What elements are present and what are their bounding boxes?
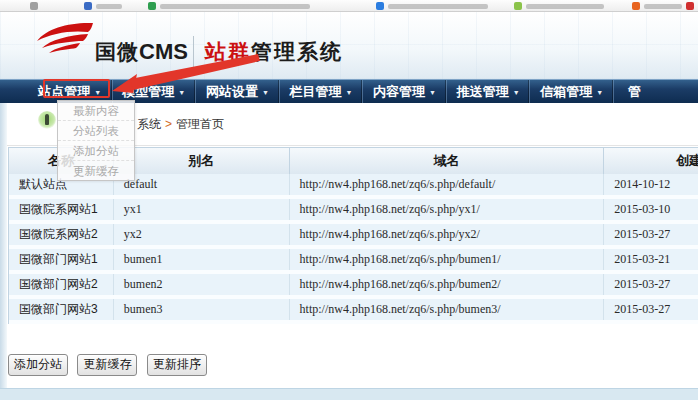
chevron-down-icon: ▼ bbox=[346, 89, 353, 96]
cell-created: 2014-10-12 bbox=[604, 174, 698, 195]
cell-name: 国微部门网站2 bbox=[9, 274, 114, 295]
col-header-domain: 域名 bbox=[290, 148, 605, 174]
favicon-icon[interactable] bbox=[30, 2, 38, 10]
favicon-icon[interactable] bbox=[514, 2, 522, 10]
bookmark-label-blur[interactable] bbox=[526, 4, 604, 9]
cell-created: 2015-03-10 bbox=[604, 199, 698, 220]
breadcrumb-separator-icon: > bbox=[165, 117, 172, 131]
menu-item-update-cache[interactable]: 更新缓存 bbox=[58, 161, 134, 181]
bookmark-label-blur[interactable] bbox=[644, 4, 682, 9]
cell-domain[interactable]: http://nw4.php168.net/zq6/s.php/yx1/ bbox=[290, 199, 605, 220]
brand-cn: 国微 bbox=[95, 40, 139, 63]
brand-en: CMS bbox=[139, 39, 188, 64]
table-row[interactable]: 国微部门网站3 bumen3 http://nw4.php168.net/zq6… bbox=[9, 299, 698, 324]
brand-title: 国微CMS bbox=[95, 38, 188, 66]
menu-item-add-subsite[interactable]: 添加分站 bbox=[58, 141, 134, 161]
chevron-down-icon: ▼ bbox=[178, 89, 185, 96]
cell-alias: yx2 bbox=[114, 224, 290, 245]
bulb-icon bbox=[38, 111, 56, 129]
table-row[interactable]: 国微院系网站2 yx2 http://nw4.php168.net/zq6/s.… bbox=[9, 224, 698, 249]
logo-swoosh-icon bbox=[36, 22, 94, 56]
favicon-icon[interactable] bbox=[148, 2, 156, 10]
cell-created: 2015-03-21 bbox=[604, 249, 698, 270]
cell-domain[interactable]: http://nw4.php168.net/zq6/s.php/bumen3/ bbox=[290, 299, 605, 320]
bookmark-label-blur[interactable] bbox=[160, 4, 310, 9]
favicon-icon[interactable] bbox=[632, 2, 640, 10]
table-row[interactable]: 国微部门网站1 bumen1 http://nw4.php168.net/zq6… bbox=[9, 249, 698, 274]
bookmark-label-blur[interactable] bbox=[96, 4, 122, 9]
cell-alias: bumen3 bbox=[114, 299, 290, 320]
cell-alias: default bbox=[114, 174, 290, 195]
cell-alias: yx1 bbox=[114, 199, 290, 220]
logo-divider bbox=[193, 36, 194, 68]
favicon-icon[interactable] bbox=[84, 2, 92, 10]
menu-item-latest-content[interactable]: 最新内容 bbox=[58, 101, 134, 121]
cell-created: 2015-03-27 bbox=[604, 274, 698, 295]
nav-item-column-management[interactable]: 栏目管理▼ bbox=[279, 80, 363, 103]
annotation-highlight-box bbox=[43, 79, 110, 98]
chevron-down-icon: ▼ bbox=[262, 89, 269, 96]
nav-item-mailbox-management[interactable]: 信箱管理▼ bbox=[529, 80, 613, 103]
bottom-frame-border bbox=[0, 388, 698, 400]
cell-created: 2015-03-27 bbox=[604, 224, 698, 245]
chevron-down-icon: ▼ bbox=[596, 89, 603, 96]
cell-name: 国微部门网站3 bbox=[9, 299, 114, 320]
chevron-down-icon: ▼ bbox=[513, 89, 520, 96]
col-header-created: 创建时间 bbox=[604, 148, 698, 174]
menu-item-subsite-list[interactable]: 分站列表 bbox=[58, 121, 134, 141]
product-highlight: 站群 bbox=[205, 40, 251, 63]
col-header-alias: 别名 bbox=[114, 148, 290, 174]
breadcrumb: 系统>管理首页 bbox=[137, 116, 224, 133]
cell-domain[interactable]: http://nw4.php168.net/zq6/s.php/yx2/ bbox=[290, 224, 605, 245]
nav-item-partial[interactable]: 管 bbox=[613, 80, 698, 103]
update-cache-button[interactable]: 更新缓存 bbox=[77, 354, 137, 376]
bookmark-label-blur[interactable] bbox=[388, 4, 488, 9]
chevron-down-icon: ▼ bbox=[429, 89, 436, 96]
nav-item-website-settings[interactable]: 网站设置▼ bbox=[195, 80, 279, 103]
cell-created: 2015-03-27 bbox=[604, 299, 698, 320]
bookmarks-bar[interactable] bbox=[0, 0, 698, 12]
table-row[interactable]: 国微院系网站1 yx1 http://nw4.php168.net/zq6/s.… bbox=[9, 199, 698, 224]
update-order-button[interactable]: 更新排序 bbox=[147, 354, 207, 376]
breadcrumb-current: 管理首页 bbox=[176, 117, 224, 131]
cell-domain[interactable]: http://nw4.php168.net/zq6/s.php/bumen1/ bbox=[290, 249, 605, 270]
cell-alias: bumen1 bbox=[114, 249, 290, 270]
nav-item-content-management[interactable]: 内容管理▼ bbox=[362, 80, 446, 103]
cell-domain[interactable]: http://nw4.php168.net/zq6/s.php/bumen2/ bbox=[290, 274, 605, 295]
favicon-icon[interactable] bbox=[376, 2, 384, 10]
nav-item-push-management[interactable]: 推送管理▼ bbox=[446, 80, 530, 103]
favicon-icon[interactable] bbox=[686, 2, 694, 10]
cell-name: 国微院系网站2 bbox=[9, 224, 114, 245]
product-rest: 管理系统 bbox=[251, 40, 343, 63]
product-title: 站群管理系统 bbox=[205, 38, 343, 66]
cell-name: 国微院系网站1 bbox=[9, 199, 114, 220]
add-subsite-button[interactable]: 添加分站 bbox=[8, 354, 68, 376]
left-frame-border bbox=[0, 103, 7, 388]
table-row[interactable]: 国微部门网站2 bumen2 http://nw4.php168.net/zq6… bbox=[9, 274, 698, 299]
app-header: 国微CMS 站群管理系统 bbox=[0, 12, 698, 79]
breadcrumb-prefix: 系统 bbox=[137, 117, 161, 131]
cell-name: 国微部门网站1 bbox=[9, 249, 114, 270]
site-management-dropdown: 最新内容 分站列表 添加分站 更新缓存 bbox=[57, 100, 135, 181]
footer-actions: 添加分站 更新缓存 更新排序 bbox=[8, 354, 212, 376]
cell-domain[interactable]: http://nw4.php168.net/zq6/s.php/default/ bbox=[290, 174, 605, 195]
cell-alias: bumen2 bbox=[114, 274, 290, 295]
